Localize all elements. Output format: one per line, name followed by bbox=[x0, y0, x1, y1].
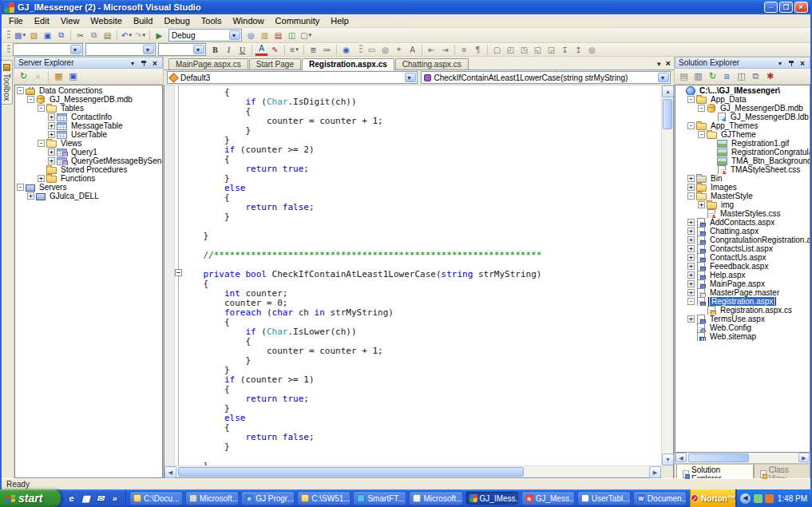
tree-item-functions[interactable]: +Functions bbox=[15, 174, 162, 183]
collapse-icon[interactable]: - bbox=[698, 131, 705, 138]
connect-to-server-icon[interactable]: ▣ bbox=[66, 70, 80, 82]
add-new-item-icon[interactable]: ▨ bbox=[27, 30, 41, 42]
tree-item-chatting-aspx[interactable]: +Chatting.aspx bbox=[675, 227, 810, 236]
tree-item-termsuse-aspx[interactable]: +TermsUse.aspx bbox=[675, 315, 810, 323]
font-color-icon[interactable]: A bbox=[255, 44, 268, 56]
view-code-icon[interactable]: ▥ bbox=[691, 70, 705, 82]
paragraph-icon[interactable]: ¶ bbox=[471, 44, 485, 56]
position-top-left-icon[interactable]: ◰ bbox=[504, 44, 517, 56]
tree-item-masterstyle[interactable]: -MasterStyle bbox=[675, 192, 810, 200]
solution-explorer-horizontal-scrollbar[interactable] bbox=[675, 453, 810, 464]
tree-item-feeedback-aspx[interactable]: +Feeedback.aspx bbox=[675, 262, 810, 271]
solution-explorer-icon[interactable]: ▥ bbox=[258, 30, 271, 42]
close-icon[interactable] bbox=[149, 57, 160, 68]
menu-item-website[interactable]: Website bbox=[85, 15, 128, 26]
chevron-down-icon[interactable] bbox=[193, 45, 204, 54]
copy-icon[interactable]: ⧉ bbox=[87, 30, 101, 42]
expand-icon[interactable]: + bbox=[687, 271, 695, 279]
menu-item-help[interactable]: Help bbox=[325, 15, 355, 26]
redo-icon[interactable]: ↷▾ bbox=[133, 30, 147, 42]
expand-icon[interactable]: + bbox=[48, 122, 55, 129]
toolbox-tab[interactable]: Toolbox bbox=[2, 60, 13, 105]
position-bottom-left-icon[interactable]: ◱ bbox=[531, 44, 545, 56]
expand-icon[interactable]: + bbox=[687, 219, 695, 226]
attach-stylesheet-icon[interactable]: ↥ bbox=[572, 44, 585, 56]
alignment-icon[interactable]: ≡▾ bbox=[287, 44, 301, 56]
auto-hide-pin-icon[interactable] bbox=[786, 57, 797, 68]
scroll-left-icon[interactable] bbox=[164, 466, 176, 478]
toolbar-grip[interactable] bbox=[7, 45, 10, 54]
expand-icon[interactable]: + bbox=[687, 245, 695, 252]
tree-item-congratulationregistration-aspx[interactable]: +CongratulationRegistration.aspx bbox=[675, 236, 810, 244]
document-tab-mainpage-aspx-cs[interactable]: MainPage.aspx.cs bbox=[168, 58, 248, 69]
tree-item-app-themes[interactable]: -App_Themes bbox=[675, 121, 810, 130]
collapse-icon[interactable]: - bbox=[687, 298, 695, 305]
editor-vertical-scrollbar[interactable] bbox=[661, 85, 673, 465]
collapse-icon[interactable]: - bbox=[687, 96, 695, 103]
import-stylesheet-icon[interactable]: ↧ bbox=[558, 44, 572, 56]
properties-icon[interactable]: ▤ bbox=[677, 70, 691, 82]
new-website-icon[interactable]: ▩▾ bbox=[13, 30, 27, 42]
connect-to-database-icon[interactable]: ▦ bbox=[52, 70, 65, 82]
menu-item-file[interactable]: File bbox=[3, 15, 29, 26]
tree-item-query1[interactable]: +Query1 bbox=[15, 148, 162, 156]
code-text-area[interactable]: { if (Char.IsDigit(ch)) { counter = coun… bbox=[182, 85, 661, 465]
collapse-region-icon[interactable]: − bbox=[175, 269, 182, 276]
tree-item-registrationcongratulations-gif[interactable]: RegistrationCongratulations.gif bbox=[675, 148, 810, 156]
refresh-icon[interactable]: ↻ bbox=[17, 70, 30, 82]
expand-icon[interactable]: + bbox=[687, 289, 695, 296]
scroll-down-icon[interactable] bbox=[662, 454, 674, 465]
tree-item-views[interactable]: -Views bbox=[15, 139, 162, 148]
tree-item-masterstyles-css[interactable]: MasterStyles.css bbox=[675, 209, 810, 218]
font-size-increase-icon[interactable]: A bbox=[406, 44, 419, 56]
expand-icon[interactable]: + bbox=[38, 175, 45, 182]
edit-style-icon[interactable]: ◎ bbox=[378, 44, 392, 56]
target-rule-icon[interactable]: ⌖ bbox=[392, 44, 406, 56]
chevron-down-icon[interactable] bbox=[658, 73, 669, 82]
cut-icon[interactable]: ✂ bbox=[73, 30, 87, 42]
tree-item-tables[interactable]: -Tables bbox=[15, 104, 162, 113]
expand-icon[interactable]: + bbox=[687, 228, 695, 235]
refresh-icon[interactable]: ↻ bbox=[706, 70, 719, 82]
expand-icon[interactable]: + bbox=[687, 254, 695, 261]
scroll-up-icon[interactable] bbox=[662, 85, 674, 97]
object-browser-icon[interactable]: ◫ bbox=[285, 30, 299, 42]
expand-icon[interactable]: + bbox=[698, 201, 705, 208]
close-button[interactable] bbox=[794, 2, 808, 13]
taskbar-button-microsoft[interactable]: Microsoft... bbox=[185, 491, 239, 505]
launch-mail-icon[interactable]: ✉ bbox=[94, 493, 106, 505]
taskbar-button-gj-mess[interactable]: GJ_Mess... bbox=[521, 491, 575, 505]
collapse-icon[interactable]: - bbox=[687, 122, 695, 129]
active-files-dropdown-icon[interactable] bbox=[657, 58, 661, 68]
tree-item-messagetable[interactable]: +MessageTable bbox=[15, 121, 162, 130]
window-position-icon[interactable] bbox=[774, 57, 786, 68]
start-debugging-icon[interactable]: ▶ bbox=[152, 30, 166, 42]
position-bottom-right-icon[interactable]: ◲ bbox=[545, 44, 558, 56]
paste-icon[interactable]: ▤ bbox=[101, 30, 114, 42]
menu-item-window[interactable]: Window bbox=[227, 15, 269, 26]
chevron-down-icon[interactable] bbox=[229, 30, 240, 40]
scroll-right-icon[interactable] bbox=[649, 466, 661, 478]
expand-icon[interactable]: + bbox=[687, 315, 695, 323]
taskbar-button-usertabl[interactable]: UserTabl... bbox=[577, 491, 631, 505]
decrease-indent-icon[interactable]: ⇤ bbox=[425, 44, 438, 56]
hide-icons-chevron-icon[interactable] bbox=[740, 493, 751, 504]
position-top-right-icon[interactable]: ◳ bbox=[517, 44, 531, 56]
tree-item-usertable[interactable]: +UserTable bbox=[15, 130, 162, 139]
taskbar-button-c-docu[interactable]: C:\Docu... bbox=[129, 491, 183, 505]
stop-refresh-icon[interactable]: × bbox=[31, 70, 45, 82]
find-in-files-icon[interactable]: ◎ bbox=[244, 30, 258, 42]
tree-item-web-sitemap[interactable]: Web.sitemap bbox=[675, 332, 810, 341]
taskbar-button-gj-progr[interactable]: GJ Progr... bbox=[241, 491, 295, 505]
expand-icon[interactable]: + bbox=[27, 192, 34, 200]
taskbar-button-smartft[interactable]: SmartFT... bbox=[353, 491, 406, 505]
tray-status-icon[interactable] bbox=[754, 494, 762, 503]
close-document-icon[interactable] bbox=[666, 58, 671, 68]
scrollbar-thumb[interactable] bbox=[688, 454, 749, 462]
expand-icon[interactable]: + bbox=[48, 157, 55, 164]
properties-window-icon[interactable]: ▤ bbox=[271, 30, 285, 42]
tree-item-querygetmessagebysender[interactable]: +QueryGetMessageBySender bbox=[15, 156, 162, 165]
tree-item-web-config[interactable]: Web.Config bbox=[675, 323, 810, 332]
tree-item-mainpage-aspx[interactable]: +MainPage.aspx bbox=[675, 279, 810, 288]
menu-item-build[interactable]: Build bbox=[128, 15, 158, 26]
